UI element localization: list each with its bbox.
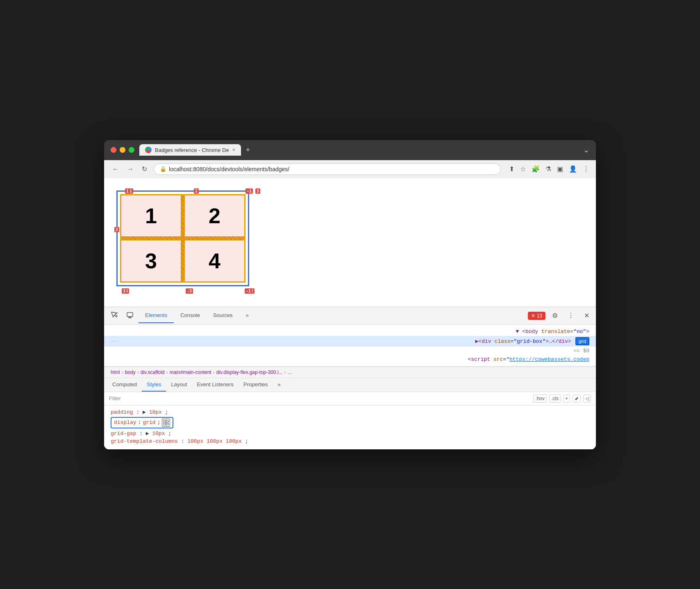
back-button[interactable]: ←	[111, 164, 120, 174]
cell-2: 2	[185, 195, 244, 236]
address-input[interactable]: 🔒 localhost:8080/docs/devtools/elements/…	[154, 163, 501, 175]
profile-icon[interactable]: 👤	[569, 165, 577, 173]
breadcrumb-more[interactable]: ...	[288, 369, 292, 375]
grid-visualization-container: 1 1 2 3 4 -1 2 1	[116, 190, 249, 286]
filter-bar: Filter :hov .cls + ⬋ ◁	[104, 392, 596, 406]
tab-console[interactable]: Console	[174, 308, 207, 323]
close-button[interactable]	[111, 147, 116, 153]
badge-minus1-bottom: -1	[245, 288, 252, 294]
breadcrumb-div-flex[interactable]: div.display-flex.gap-top-300.l...	[216, 369, 283, 375]
active-tab[interactable]: Badges reference - Chrome De ×	[139, 144, 241, 156]
maximize-button[interactable]	[129, 147, 134, 153]
gap-row-1	[121, 236, 181, 240]
browser-window: Badges reference - Chrome De × + ⌄ ← → ↻…	[104, 140, 596, 449]
inspect-element-button[interactable]	[107, 307, 121, 324]
padding-rule: padding : ▶ 10px ;	[111, 409, 589, 415]
minimize-button[interactable]	[120, 147, 125, 153]
grid-icon	[163, 420, 169, 426]
tab-styles-more[interactable]: »	[273, 378, 285, 392]
body-tag: ▼ <body translate="no">	[111, 328, 589, 335]
filter-actions: :hov .cls + ⬋ ◁	[533, 394, 591, 403]
grid-template-prop: grid-template-columns	[111, 438, 178, 444]
split-screen-icon[interactable]: ▣	[557, 165, 563, 173]
grid-gap-val: 10px	[152, 430, 165, 437]
badge-3-bottom: 3	[122, 288, 127, 294]
devtools-more-button[interactable]: ⋮	[564, 308, 577, 324]
add-rule-button[interactable]: +	[563, 394, 570, 403]
grid-icon-badge[interactable]	[162, 419, 170, 427]
devtools-right-actions: ✕ 13 ⚙ ⋮ ✕	[528, 308, 593, 324]
div-grid-box-line[interactable]: ··· ▶<div class="grid-box">…</div> grid	[104, 336, 596, 347]
elem-dots-1: ···	[111, 339, 119, 344]
display-colon: :	[138, 419, 141, 426]
grid-visual: 1 2 3 4	[120, 194, 245, 283]
breadcrumb-main[interactable]: main#main-content	[170, 369, 211, 375]
grid-template-colon: :	[181, 438, 188, 444]
styles-panel-tabs: Computed Styles Layout Event Listeners P…	[104, 378, 596, 392]
tabs-row: Badges reference - Chrome De × + ⌄	[139, 144, 589, 156]
tab-event-listeners[interactable]: Event Listeners	[192, 378, 239, 392]
hover-filter-button[interactable]: :hov	[533, 394, 547, 403]
grid-badge-element[interactable]: grid	[575, 337, 589, 345]
gap-col-1	[181, 195, 185, 236]
toggle-button[interactable]: ◁	[583, 394, 591, 403]
tab-close-button[interactable]: ×	[232, 147, 235, 153]
settings-button[interactable]: ⚙	[549, 308, 561, 324]
bc-sep-3: ›	[166, 369, 168, 375]
tab-menu-button[interactable]: ⌄	[583, 145, 589, 154]
breadcrumb-body[interactable]: body	[125, 369, 136, 375]
devtools-tabs: Elements Console Sources »	[139, 308, 526, 323]
tab-styles[interactable]: Styles	[142, 378, 166, 392]
badge-minus3-bottom: -3	[186, 288, 193, 294]
close-devtools-button[interactable]: ✕	[581, 308, 593, 324]
tab-layout[interactable]: Layout	[166, 378, 192, 392]
display-grid-highlighted: display : grid ;	[111, 417, 173, 428]
address-icons: ⬆ ☆ 🧩 ⚗ ▣ 👤 ⋮	[509, 165, 589, 173]
title-bar: Badges reference - Chrome De × + ⌄	[104, 140, 596, 160]
badge-2-left: 2	[114, 227, 119, 232]
error-icon: ✕	[531, 313, 535, 319]
device-toolbar-button[interactable]	[123, 307, 137, 324]
lock-icon: 🔒	[160, 166, 166, 172]
tab-computed[interactable]: Computed	[107, 378, 142, 392]
reload-button[interactable]: ↻	[140, 163, 149, 174]
share-icon[interactable]: ⬆	[509, 165, 514, 173]
more-icon[interactable]: ⋮	[583, 165, 589, 173]
tab-more[interactable]: »	[239, 308, 255, 323]
flask-icon[interactable]: ⚗	[545, 165, 551, 173]
tab-properties[interactable]: Properties	[239, 378, 273, 392]
padding-semi: ;	[165, 409, 168, 415]
script-line: <script src="https://cpwebassets.codep	[104, 355, 596, 364]
svg-rect-2	[164, 420, 166, 422]
grid-template-rule: grid-template-columns : 100px 100px 100p…	[111, 438, 589, 444]
cell-4: 4	[185, 240, 244, 281]
tab-elements[interactable]: Elements	[139, 308, 174, 323]
breadcrumb-scaffold[interactable]: div.scaffold	[141, 369, 165, 375]
tab-sources[interactable]: Sources	[207, 308, 239, 323]
gap-col-2	[181, 240, 185, 281]
svg-rect-5	[166, 423, 168, 425]
bc-sep-5: ›	[284, 369, 286, 375]
copy-button[interactable]: ⬋	[573, 394, 581, 403]
tab-title: Badges reference - Chrome De	[155, 147, 229, 153]
error-count: 13	[537, 313, 542, 319]
grid-template-val: 100px 100px 100px	[187, 438, 242, 444]
grid-gap-colon: : ▶	[139, 430, 152, 437]
svg-rect-0	[127, 313, 133, 317]
chrome-icon	[145, 147, 152, 153]
display-rule: display : grid ;	[111, 417, 589, 428]
grid-template-semi: ;	[245, 438, 248, 444]
address-bar: ← → ↻ 🔒 localhost:8080/docs/devtools/ele…	[104, 160, 596, 178]
bookmark-icon[interactable]: ☆	[520, 165, 526, 173]
cls-filter-button[interactable]: .cls	[549, 394, 561, 403]
devtools-toolbar: Elements Console Sources » ✕ 13 ⚙ ⋮ ✕	[104, 307, 596, 325]
cell-3: 3	[121, 240, 181, 281]
svg-rect-4	[164, 423, 166, 425]
breadcrumb-html[interactable]: html	[111, 369, 120, 375]
new-tab-button[interactable]: +	[243, 144, 254, 156]
gap-row-2	[185, 236, 244, 240]
padding-colon: : ▶	[136, 409, 149, 415]
extensions-icon[interactable]: 🧩	[532, 165, 540, 173]
badge-2-top: 2	[194, 188, 199, 194]
forward-button[interactable]: →	[125, 164, 135, 174]
